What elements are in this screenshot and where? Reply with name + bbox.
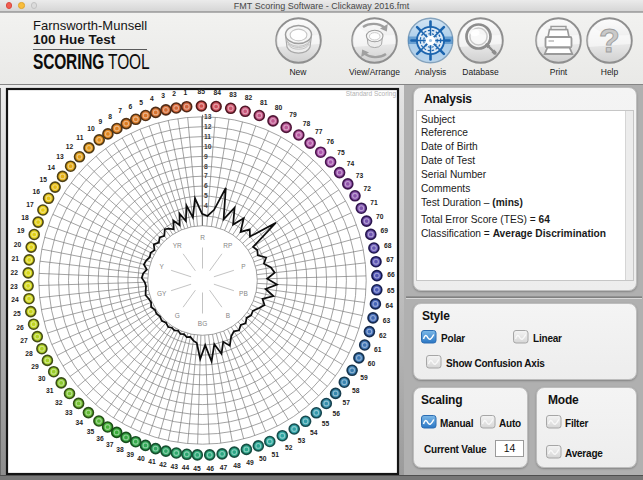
svg-text:76: 76 [326,138,334,145]
svg-text:17: 17 [26,201,34,208]
svg-text:71: 71 [370,199,378,206]
svg-text:65: 65 [387,287,395,294]
svg-text:39: 39 [127,451,135,458]
svg-text:24: 24 [11,296,19,303]
svg-text:80: 80 [275,104,283,111]
svg-text:51: 51 [271,451,279,458]
svg-text:59: 59 [360,374,368,381]
svg-text:4: 4 [150,95,154,102]
svg-text:GY: GY [157,290,167,297]
svg-text:64: 64 [386,302,394,309]
svg-text:66: 66 [387,271,395,278]
svg-text:60: 60 [368,360,376,367]
svg-text:10: 10 [204,143,212,150]
svg-text:12: 12 [204,123,212,130]
svg-text:21: 21 [12,255,20,262]
svg-text:52: 52 [285,444,293,451]
svg-text:68: 68 [384,242,392,249]
svg-text:85: 85 [198,88,206,95]
svg-text:25: 25 [13,310,21,317]
svg-text:55: 55 [322,420,330,427]
svg-text:2: 2 [172,90,176,97]
svg-text:4: 4 [204,202,208,209]
svg-text:29: 29 [31,363,39,370]
svg-text:84: 84 [213,89,221,96]
svg-text:69: 69 [381,227,389,234]
svg-text:82: 82 [245,94,253,101]
svg-text:46: 46 [207,465,215,472]
svg-text:31: 31 [46,387,54,394]
svg-text:81: 81 [260,99,268,106]
svg-text:40: 40 [137,455,145,462]
svg-text:16: 16 [32,188,40,195]
svg-text:45: 45 [193,465,201,472]
svg-text:57: 57 [343,399,351,406]
svg-text:67: 67 [386,256,394,263]
svg-text:7: 7 [118,107,122,114]
svg-text:11: 11 [204,133,211,140]
svg-text:72: 72 [364,185,372,192]
svg-text:3: 3 [161,92,165,99]
svg-text:15: 15 [40,176,48,183]
svg-text:18: 18 [21,214,29,221]
svg-text:PB: PB [239,290,248,297]
svg-text:28: 28 [25,350,33,357]
svg-text:53: 53 [298,437,306,444]
svg-text:8: 8 [204,163,208,170]
svg-text:44: 44 [182,464,190,471]
svg-text:B: B [226,312,230,319]
svg-text:?: ? [599,21,620,59]
svg-text:6: 6 [129,103,133,110]
svg-text:Y: Y [159,263,164,270]
svg-text:74: 74 [347,160,355,167]
svg-text:48: 48 [233,462,241,469]
svg-text:26: 26 [16,324,24,331]
svg-text:47: 47 [220,464,228,471]
svg-text:35: 35 [87,428,95,435]
svg-text:50: 50 [259,455,267,462]
svg-text:22: 22 [10,269,18,276]
svg-text:19: 19 [17,227,25,234]
svg-text:63: 63 [383,317,391,324]
svg-text:8: 8 [108,113,112,120]
svg-text:61: 61 [374,346,382,353]
svg-text:70: 70 [376,213,384,220]
svg-text:75: 75 [337,149,345,156]
svg-text:P: P [241,263,245,270]
svg-text:6: 6 [204,182,208,189]
svg-text:BG: BG [198,320,207,327]
svg-text:11: 11 [76,134,83,141]
svg-text:13: 13 [56,153,64,160]
svg-text:14: 14 [47,164,55,171]
svg-text:YR: YR [173,242,182,249]
svg-text:7: 7 [204,172,208,179]
svg-text:79: 79 [289,111,297,118]
svg-text:27: 27 [20,337,28,344]
svg-text:23: 23 [10,283,18,290]
svg-text:10: 10 [87,125,95,132]
svg-text:37: 37 [106,441,114,448]
svg-text:Standard Scoring: Standard Scoring [346,90,397,98]
svg-text:43: 43 [170,463,178,470]
svg-text:42: 42 [159,461,167,468]
svg-text:32: 32 [55,399,63,406]
svg-text:49: 49 [246,459,254,466]
svg-text:G: G [175,312,180,319]
svg-text:41: 41 [148,458,156,465]
svg-text:58: 58 [352,387,360,394]
svg-text:1: 1 [184,89,188,96]
svg-text:78: 78 [303,120,311,127]
svg-text:33: 33 [65,409,73,416]
svg-text:5: 5 [139,99,143,106]
svg-text:RP: RP [223,242,232,249]
svg-text:56: 56 [333,410,341,417]
svg-text:9: 9 [204,153,208,160]
svg-text:20: 20 [14,241,22,248]
svg-text:62: 62 [379,332,387,339]
svg-text:38: 38 [116,446,124,453]
svg-text:R: R [200,234,205,241]
svg-text:34: 34 [76,419,84,426]
svg-text:13: 13 [204,113,212,120]
svg-text:5: 5 [204,192,208,199]
svg-text:30: 30 [38,375,46,382]
